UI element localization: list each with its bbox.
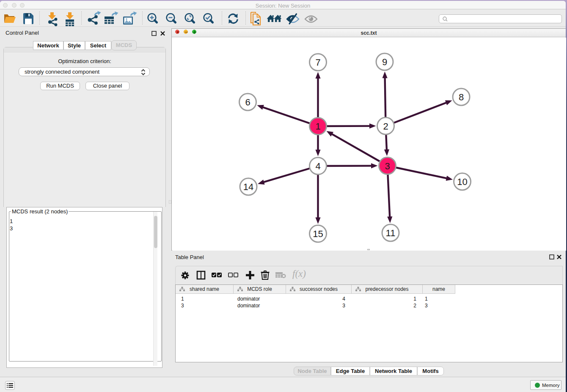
svg-text:11: 11 [386, 228, 396, 238]
svg-text:9: 9 [382, 57, 387, 67]
svg-text:15: 15 [313, 229, 323, 239]
svg-text:1: 1 [315, 121, 320, 132]
svg-text:7: 7 [315, 57, 320, 68]
svg-text:10: 10 [457, 177, 467, 187]
svg-text:3: 3 [385, 161, 390, 171]
svg-text:2: 2 [383, 121, 388, 132]
svg-text:8: 8 [459, 92, 464, 102]
svg-text:6: 6 [245, 97, 250, 108]
svg-text:14: 14 [243, 182, 253, 192]
svg-text:4: 4 [315, 161, 320, 171]
